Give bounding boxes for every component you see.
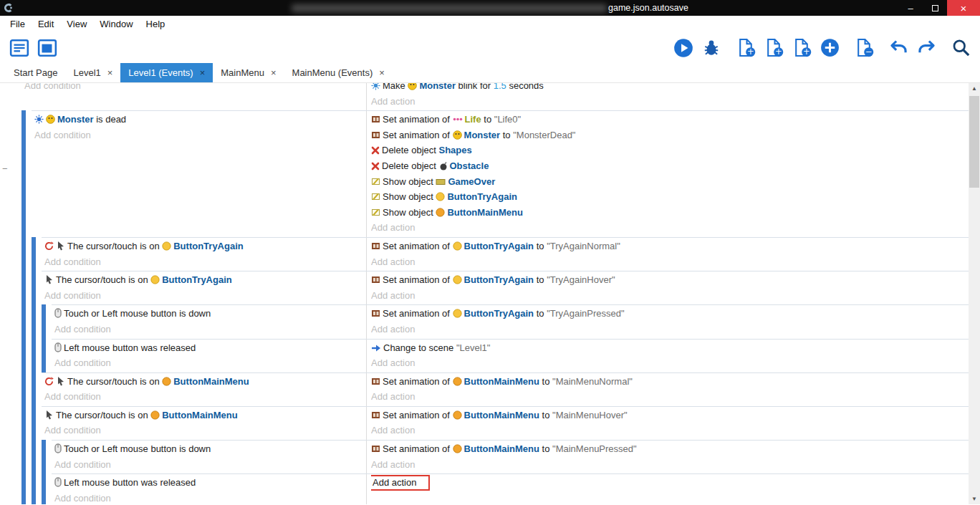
action-line[interactable]: Add action [371, 94, 969, 110]
action-line[interactable]: Make Monster blink for 1.5 seconds [371, 83, 969, 94]
condition-line[interactable]: Add condition [54, 355, 366, 371]
condition-line[interactable]: Add condition [54, 457, 366, 473]
close-button[interactable]: × [947, 0, 980, 16]
action-line[interactable]: Show object GameOver [371, 174, 969, 190]
objects-list-button[interactable] [37, 37, 58, 59]
redo-button[interactable] [916, 37, 937, 59]
collapse-event-toggle[interactable]: − [2, 163, 8, 174]
action-line[interactable]: Set animation of ButtonMainMenu to "Main… [371, 374, 969, 390]
search-icon [951, 38, 971, 57]
condition-line[interactable]: Add condition [54, 322, 366, 337]
tab-mainmenu-events[interactable]: MainMenu (Events)× [284, 63, 393, 82]
add-action-link[interactable]: Add action [371, 475, 430, 491]
search-button[interactable] [950, 37, 971, 59]
add-action-link[interactable]: Add action [371, 324, 415, 335]
add-condition-link[interactable]: Add condition [54, 324, 111, 335]
menu-help[interactable]: Help [140, 19, 172, 29]
add-other-event-button[interactable] [819, 37, 840, 59]
close-tab-icon[interactable]: × [200, 67, 206, 78]
action-line[interactable]: Add action [371, 220, 969, 236]
condition-line[interactable]: Monster is dead [34, 112, 366, 128]
add-condition-link[interactable]: Add condition [24, 83, 81, 91]
debugger-button[interactable] [701, 37, 722, 59]
menu-window[interactable]: Window [93, 19, 139, 29]
action-line[interactable]: Set animation of ButtonMainMenu to "Main… [371, 408, 969, 423]
condition-line[interactable]: Touch or Left mouse button is down [54, 306, 366, 322]
add-action-link[interactable]: Add action [371, 96, 415, 107]
add-condition-link[interactable]: Add condition [44, 290, 101, 301]
add-condition-link[interactable]: Add condition [44, 425, 101, 436]
close-tab-icon[interactable]: × [379, 67, 385, 78]
tab-level1-events[interactable]: Level1 (Events)× [120, 63, 213, 82]
scrollbar-thumb[interactable] [969, 96, 979, 188]
action-line[interactable]: Set animation of Life to "Life0" [371, 112, 969, 128]
event-indent-bars [21, 372, 42, 406]
action-line[interactable]: Delete object Obstacle [371, 158, 969, 174]
tab-mainmenu[interactable]: MainMenu× [213, 63, 284, 82]
action-line[interactable]: Set animation of Monster to "MonsterDead… [371, 128, 969, 143]
condition-line[interactable]: The cursor/touch is on ButtonTryAgain [44, 272, 366, 288]
action-line[interactable]: Set animation of ButtonTryAgain to "TryA… [371, 239, 969, 254]
action-line[interactable]: Delete object Shapes [371, 143, 969, 158]
condition-line[interactable]: The cursor/touch is on ButtonTryAgain [44, 239, 366, 254]
maximize-button[interactable] [923, 0, 947, 16]
action-line[interactable]: Add action [371, 389, 969, 405]
condition-line[interactable]: Add condition [34, 128, 366, 143]
action-line[interactable]: Add action [371, 322, 969, 337]
add-action-link[interactable]: Add action [371, 425, 415, 436]
condition-line[interactable]: Touch or Left mouse button is down [54, 441, 366, 457]
add-condition-link[interactable]: Add condition [54, 493, 111, 504]
delete-event-button[interactable]: − [853, 37, 875, 59]
add-action-link[interactable]: Add action [371, 391, 415, 402]
preview-button[interactable] [673, 37, 694, 59]
action-line[interactable]: Add action [371, 254, 969, 270]
condition-line[interactable]: Add condition [44, 389, 366, 405]
action-line[interactable]: Change to scene "Level1" [371, 340, 969, 356]
menu-edit[interactable]: Edit [32, 19, 60, 29]
undo-button[interactable] [888, 37, 909, 59]
add-action-link[interactable]: Add action [371, 256, 415, 267]
tab-level1[interactable]: Level1× [65, 63, 120, 82]
add-action-link[interactable]: Add action [371, 222, 415, 233]
add-action-link[interactable]: Add action [371, 357, 415, 368]
add-comment-button[interactable]: + [791, 37, 812, 59]
action-line[interactable]: Show object ButtonTryAgain [371, 189, 969, 205]
condition-line[interactable]: Left mouse button was released [54, 340, 366, 356]
add-condition-link[interactable]: Add condition [44, 256, 101, 267]
scroll-down-arrow-icon[interactable]: ▼ [971, 496, 977, 502]
action-line[interactable]: Add action [371, 423, 969, 438]
add-subevent-button[interactable]: + [763, 37, 784, 59]
add-event-button[interactable]: + [735, 37, 756, 59]
add-action-link[interactable]: Add action [371, 459, 415, 470]
add-condition-link[interactable]: Add condition [54, 459, 111, 470]
add-condition-link[interactable]: Add condition [54, 357, 111, 368]
menu-file[interactable]: File [4, 19, 32, 29]
condition-line[interactable]: Add condition [54, 491, 366, 504]
scroll-up-arrow-icon[interactable]: ▲ [971, 85, 977, 92]
tab-start-page[interactable]: Start Page [6, 63, 65, 82]
action-line[interactable]: Add action [371, 355, 969, 371]
close-tab-icon[interactable]: × [271, 67, 277, 78]
vertical-scrollbar[interactable]: ▲ ▼ [969, 83, 980, 504]
close-tab-icon[interactable]: × [107, 67, 113, 78]
condition-line[interactable]: The cursor/touch is on ButtonMainMenu [44, 374, 366, 390]
add-action-link[interactable]: Add action [371, 290, 415, 301]
menu-view[interactable]: View [60, 19, 93, 29]
action-line[interactable]: Add action [371, 457, 969, 473]
project-manager-button[interactable] [9, 37, 30, 59]
action-line[interactable]: Show object ButtonMainMenu [371, 205, 969, 221]
minimize-button[interactable]: – [898, 0, 923, 16]
condition-line[interactable]: The cursor/touch is on ButtonMainMenu [44, 408, 366, 423]
add-condition-link[interactable]: Add condition [44, 391, 101, 402]
condition-line[interactable]: Add condition [24, 83, 366, 94]
condition-line[interactable]: Add condition [44, 254, 366, 270]
action-line[interactable]: Set animation of ButtonTryAgain to "TryA… [371, 306, 969, 322]
action-line[interactable]: Set animation of ButtonTryAgain to "TryA… [371, 272, 969, 288]
action-line[interactable]: Add action [371, 475, 969, 491]
condition-line[interactable]: Left mouse button was released [54, 475, 366, 491]
condition-line[interactable]: Add condition [44, 423, 366, 438]
add-condition-link[interactable]: Add condition [34, 130, 91, 140]
action-line[interactable]: Add action [371, 288, 969, 304]
condition-line[interactable]: Add condition [44, 288, 366, 304]
action-line[interactable]: Set animation of ButtonMainMenu to "Main… [371, 441, 969, 457]
